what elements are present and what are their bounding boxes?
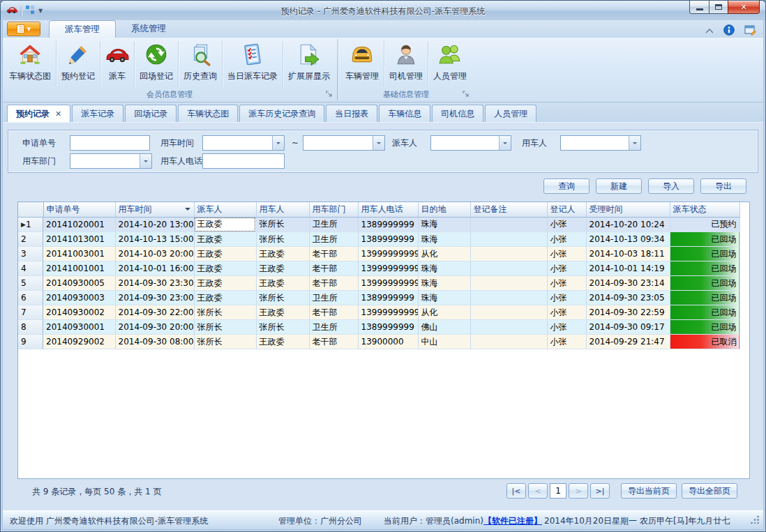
table-row[interactable]: 6 20140930003 2014-09-30 23:00 王政委 张所长 卫… xyxy=(18,291,739,305)
cell-phone[interactable]: 13999999999 xyxy=(358,305,418,320)
cell-dispatcher[interactable]: 王政委 xyxy=(194,291,256,305)
cell-accept-time[interactable]: 2014-09-30 23:05 xyxy=(586,291,670,305)
dialog-launcher-icon[interactable] xyxy=(463,91,470,98)
cell-dept[interactable]: 卫生所 xyxy=(309,320,358,335)
cell-order-no[interactable]: 20140930003 xyxy=(43,291,115,305)
cell-accept-time[interactable]: 2014-09-29 21:47 xyxy=(586,335,670,349)
license-registered-link[interactable]: 【软件已注册】 xyxy=(483,515,542,527)
cell-registrar[interactable]: 小张 xyxy=(547,247,586,261)
col-destination[interactable]: 目的地 xyxy=(418,202,470,217)
cell-accept-time[interactable]: 2014-10-03 18:11 xyxy=(586,247,670,261)
cell-remark[interactable] xyxy=(470,320,547,335)
cell-phone[interactable]: 13999999999 xyxy=(358,276,418,291)
doc-tab-reservation-records[interactable]: 预约记录✕ xyxy=(7,105,70,122)
cell-destination[interactable]: 珠海 xyxy=(418,276,470,291)
history-query-button[interactable]: 历史查询 xyxy=(179,38,222,89)
dept-combo[interactable] xyxy=(70,153,152,169)
cell-accept-time[interactable]: 2014-10-20 10:24 xyxy=(586,217,670,232)
cell-dispatcher[interactable]: 王政委 xyxy=(194,232,256,247)
cell-dispatch-status[interactable]: 已取消 xyxy=(670,335,739,349)
collapse-ribbon-icon[interactable] xyxy=(705,26,714,36)
cell-phone[interactable]: 13999999999 xyxy=(358,247,418,261)
return-register-button[interactable]: 回场登记 xyxy=(135,38,178,89)
cell-phone[interactable]: 13900000 xyxy=(358,335,418,349)
combo-dropdown-icon[interactable] xyxy=(272,136,284,150)
cell-dispatcher[interactable]: 王政委 xyxy=(194,276,256,291)
dialog-launcher-icon[interactable] xyxy=(326,91,333,98)
doc-tab-vehicle-status-map[interactable]: 车辆状态图 xyxy=(178,105,238,122)
cell-registrar[interactable]: 小张 xyxy=(547,217,586,232)
doc-tab-vehicle-info[interactable]: 车辆信息 xyxy=(379,105,430,122)
cell-destination[interactable]: 从化 xyxy=(418,247,470,261)
cell-registrar[interactable]: 小张 xyxy=(547,232,586,247)
col-dispatcher[interactable]: 派车人 xyxy=(194,202,256,217)
table-row[interactable]: 2 20141013001 2014-10-13 15:00 王政委 张所长 卫… xyxy=(18,232,739,247)
import-button[interactable]: 导入 xyxy=(648,178,694,194)
cell-use-time[interactable]: 2014-10-13 15:00 xyxy=(115,232,194,247)
cell-accept-time[interactable]: 2014-09-30 22:59 xyxy=(586,305,670,320)
cell-user[interactable]: 王政委 xyxy=(256,335,309,349)
doc-tab-daily-report[interactable]: 当日报表 xyxy=(326,105,377,122)
vehicle-status-map-button[interactable]: 车辆状态图 xyxy=(4,38,56,89)
cell-registrar[interactable]: 小张 xyxy=(547,305,586,320)
sort-arrow-icon[interactable] xyxy=(185,208,190,213)
resize-grip[interactable] xyxy=(750,515,759,524)
query-button[interactable]: 查询 xyxy=(543,178,589,194)
cell-destination[interactable]: 佛山 xyxy=(418,320,470,335)
cell-order-no[interactable]: 20141003001 xyxy=(43,247,115,261)
col-dispatch-status[interactable]: 派车状态 xyxy=(670,202,739,217)
cell-dept[interactable]: 老干部 xyxy=(309,261,358,276)
cell-user[interactable]: 张所长 xyxy=(256,217,309,232)
cell-order-no[interactable]: 20141020001 xyxy=(43,217,115,232)
cell-dispatcher[interactable]: 张所长 xyxy=(194,335,256,349)
cell-remark[interactable] xyxy=(470,335,547,349)
cell-registrar[interactable]: 小张 xyxy=(547,320,586,335)
col-order-no[interactable]: 申请单号 xyxy=(43,202,115,217)
skin-style-icon[interactable] xyxy=(744,24,756,38)
col-use-time[interactable]: 用车时间 xyxy=(115,202,194,217)
cell-dispatcher[interactable]: 王政委 xyxy=(194,247,256,261)
combo-dropdown-icon[interactable] xyxy=(629,136,640,150)
combo-dropdown-icon[interactable] xyxy=(373,136,384,150)
cell-user[interactable]: 张所长 xyxy=(256,232,309,247)
table-row[interactable]: 3 20141003001 2014-10-03 20:00 王政委 王政委 老… xyxy=(18,247,739,261)
next-page-button[interactable]: > xyxy=(569,483,588,499)
cell-use-time[interactable]: 2014-09-30 22:00 xyxy=(115,305,194,320)
cell-dept[interactable]: 老干部 xyxy=(309,276,358,291)
dispatch-button[interactable]: 派车 xyxy=(100,38,134,89)
cell-destination[interactable]: 珠海 xyxy=(418,291,470,305)
cell-remark[interactable] xyxy=(470,247,547,261)
cell-order-no[interactable]: 20141001001 xyxy=(43,261,115,276)
cell-accept-time[interactable]: 2014-10-01 14:19 xyxy=(586,261,670,276)
first-page-button[interactable]: |< xyxy=(506,483,526,499)
export-button[interactable]: 导出 xyxy=(700,178,746,194)
personnel-manage-button[interactable]: 人员管理 xyxy=(428,38,472,89)
table-row[interactable]: 4 20141001001 2014-10-01 16:00 王政委 王政委 老… xyxy=(18,261,739,276)
doc-tab-dispatch-records[interactable]: 派车记录 xyxy=(72,105,123,122)
table-row[interactable]: 5 20140930005 2014-09-30 23:30 王政委 王政委 老… xyxy=(18,276,739,291)
cell-destination[interactable]: 中山 xyxy=(418,335,470,349)
dispatcher-combo[interactable] xyxy=(430,135,511,151)
maximize-button[interactable] xyxy=(709,1,728,14)
col-phone[interactable]: 用车人电话 xyxy=(358,202,418,217)
cell-destination[interactable]: 珠海 xyxy=(418,232,470,247)
cell-dispatch-status[interactable]: 已预约 xyxy=(670,217,739,232)
use-time-to-combo[interactable] xyxy=(303,135,385,151)
cell-user[interactable]: 张所长 xyxy=(256,291,309,305)
cell-dispatch-status[interactable]: 已回场 xyxy=(670,232,739,247)
cell-order-no[interactable]: 20140930001 xyxy=(43,320,115,335)
cell-use-time[interactable]: 2014-09-30 20:00 xyxy=(115,320,194,335)
cell-registrar[interactable]: 小张 xyxy=(547,261,586,276)
col-user[interactable]: 用车人 xyxy=(256,202,309,217)
cell-use-time[interactable]: 2014-10-20 13:00 xyxy=(115,217,194,232)
doc-tab-driver-info[interactable]: 司机信息 xyxy=(432,105,483,122)
cell-use-time[interactable]: 2014-09-30 23:00 xyxy=(115,291,194,305)
cell-dept[interactable]: 老干部 xyxy=(309,335,358,349)
cell-destination[interactable]: 从化 xyxy=(418,305,470,320)
cell-phone[interactable]: 1389999999 xyxy=(358,320,418,335)
cell-destination[interactable]: 珠海 xyxy=(418,217,470,232)
grid-scrollbar-track[interactable] xyxy=(741,202,750,478)
application-menu-button[interactable]: ▼ xyxy=(7,22,40,36)
col-remark[interactable]: 登记备注 xyxy=(470,202,547,217)
col-accept-time[interactable]: 受理时间 xyxy=(586,202,670,217)
